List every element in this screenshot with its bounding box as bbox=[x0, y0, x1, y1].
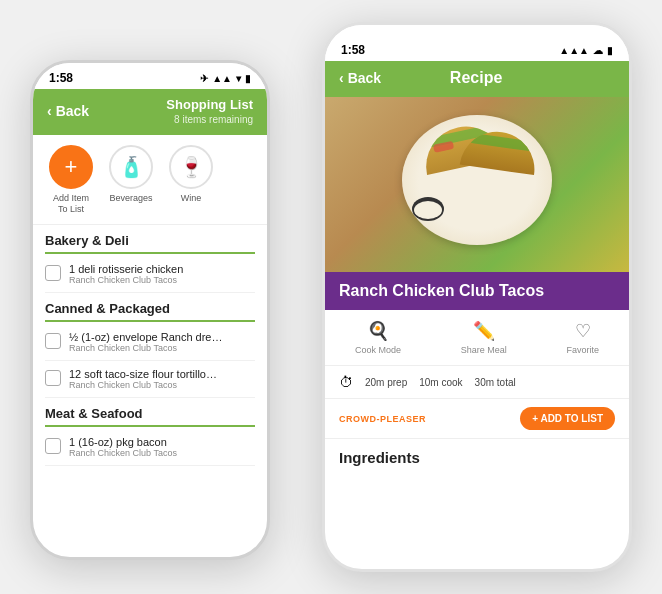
cook-mode-action[interactable]: 🍳 Cook Mode bbox=[355, 320, 401, 355]
recipe-tags-row: CROWD-PLEASER + ADD TO LIST bbox=[325, 399, 629, 439]
list-item[interactable]: 1 (16-oz) pkg bacon Ranch Chicken Club T… bbox=[45, 429, 255, 466]
status-bar-back: 1:58 ✈ ▲▲ ▾ ▮ bbox=[33, 63, 267, 89]
item-text-bacon: 1 (16-oz) pkg bacon Ranch Chicken Club T… bbox=[69, 436, 177, 458]
share-meal-icon: ✏️ bbox=[473, 320, 495, 342]
status-icons-front: ▲▲▲ ☁ ▮ bbox=[559, 45, 613, 56]
item-sub-ranch: Ranch Chicken Club Tacos bbox=[69, 343, 222, 353]
recipe-title: Ranch Chicken Club Tacos bbox=[339, 282, 615, 300]
list-item[interactable]: 12 soft taco-size flour tortillo… Ranch … bbox=[45, 361, 255, 398]
recipe-image bbox=[325, 97, 629, 272]
favorite-label: Favorite bbox=[567, 345, 600, 355]
add-item-label: Add ItemTo List bbox=[53, 193, 89, 215]
recipe-actions: 🍳 Cook Mode ✏️ Share Meal ♡ Favorite bbox=[325, 310, 629, 366]
location-icon: ✈ bbox=[200, 73, 208, 84]
section-meat-seafood: Meat & Seafood bbox=[45, 398, 255, 427]
wine-icon: 🍷 bbox=[169, 145, 213, 189]
recipe-title-bar: Ranch Chicken Club Tacos bbox=[325, 272, 629, 310]
cook-mode-icon: 🍳 bbox=[367, 320, 389, 342]
back-label-recipe: Back bbox=[348, 70, 381, 86]
back-chevron-icon: ‹ bbox=[47, 103, 52, 119]
section-bakery-deli: Bakery & Deli bbox=[45, 225, 255, 254]
clock-icon: ⏱ bbox=[339, 374, 353, 390]
cook-mode-label: Cook Mode bbox=[355, 345, 401, 355]
beverages-label: Beverages bbox=[109, 193, 152, 204]
category-wine[interactable]: 🍷 Wine bbox=[165, 145, 217, 215]
recipe-meta: ⏱ 20m prep 10m cook 30m total bbox=[325, 366, 629, 399]
back-button-recipe[interactable]: ‹ Back bbox=[339, 70, 381, 86]
beverages-icon: 🧴 bbox=[109, 145, 153, 189]
ingredients-section: Ingredients bbox=[325, 439, 629, 476]
signal-icon: ▲▲ bbox=[212, 73, 232, 84]
back-label-shopping: Back bbox=[56, 103, 89, 119]
category-scroll: + Add ItemTo List 🧴 Beverages 🍷 Wine bbox=[33, 135, 267, 226]
item-text-tortilla: 12 soft taco-size flour tortillo… Ranch … bbox=[69, 368, 217, 390]
crowd-pleaser-tag: CROWD-PLEASER bbox=[339, 414, 426, 424]
cook-time: 10m cook bbox=[419, 377, 462, 388]
add-to-list-button[interactable]: + ADD TO LIST bbox=[520, 407, 615, 430]
item-name-chicken: 1 deli rotisserie chicken bbox=[69, 263, 183, 275]
item-name-tortilla: 12 soft taco-size flour tortillo… bbox=[69, 368, 217, 380]
list-item[interactable]: 1 deli rotisserie chicken Ranch Chicken … bbox=[45, 256, 255, 293]
item-text-chicken: 1 deli rotisserie chicken Ranch Chicken … bbox=[69, 263, 183, 285]
item-sub-bacon: Ranch Chicken Club Tacos bbox=[69, 448, 177, 458]
recipe-header: ‹ Back Recipe bbox=[325, 61, 629, 97]
category-beverages[interactable]: 🧴 Beverages bbox=[105, 145, 157, 215]
total-time-label: 30m total bbox=[475, 377, 516, 388]
time-front: 1:58 bbox=[341, 43, 365, 57]
phone-notch bbox=[427, 25, 527, 45]
shopping-list-phone: 1:58 ✈ ▲▲ ▾ ▮ ‹ Back Shopping List 8 ite… bbox=[30, 60, 270, 560]
total-time: 30m total bbox=[475, 377, 516, 388]
add-item-icon: + bbox=[49, 145, 93, 189]
battery-icon: ▮ bbox=[245, 73, 251, 84]
item-sub-tortilla: Ranch Chicken Club Tacos bbox=[69, 380, 217, 390]
recipe-header-title: Recipe bbox=[450, 69, 502, 86]
back-button-shopping[interactable]: ‹ Back bbox=[47, 103, 89, 119]
prep-time-label: 20m prep bbox=[365, 377, 407, 388]
wine-label: Wine bbox=[181, 193, 202, 204]
checkbox-bacon[interactable] bbox=[45, 438, 61, 454]
battery-front-icon: ▮ bbox=[607, 45, 613, 56]
status-icons-back: ✈ ▲▲ ▾ ▮ bbox=[200, 73, 251, 84]
app-header-back: ‹ Back Shopping List 8 items remaining bbox=[33, 89, 267, 135]
checkbox-ranch[interactable] bbox=[45, 333, 61, 349]
category-add-item[interactable]: + Add ItemTo List bbox=[45, 145, 97, 215]
wifi-front-icon: ☁ bbox=[593, 45, 603, 56]
signal-bars-icon: ▲▲▲ bbox=[559, 45, 589, 56]
time-back: 1:58 bbox=[49, 71, 73, 85]
checkbox-chicken[interactable] bbox=[45, 265, 61, 281]
favorite-icon: ♡ bbox=[575, 320, 591, 342]
cook-time-label: 10m cook bbox=[419, 377, 462, 388]
shopping-list-subtitle: 8 items remaining bbox=[166, 114, 253, 125]
share-meal-action[interactable]: ✏️ Share Meal bbox=[461, 320, 507, 355]
ingredients-title: Ingredients bbox=[339, 449, 615, 466]
wifi-icon: ▾ bbox=[236, 73, 241, 84]
prep-time: 20m prep bbox=[365, 377, 407, 388]
recipe-phone: 1:58 ▲▲▲ ☁ ▮ ‹ Back Recipe bbox=[322, 22, 632, 572]
checkbox-tortilla[interactable] bbox=[45, 370, 61, 386]
item-text-ranch: ½ (1-oz) envelope Ranch dre… Ranch Chick… bbox=[69, 331, 222, 353]
section-canned-packaged: Canned & Packaged bbox=[45, 293, 255, 322]
shopping-list-title: Shopping List bbox=[166, 97, 253, 114]
favorite-action[interactable]: ♡ Favorite bbox=[567, 320, 600, 355]
item-name-ranch: ½ (1-oz) envelope Ranch dre… bbox=[69, 331, 222, 343]
item-sub-chicken: Ranch Chicken Club Tacos bbox=[69, 275, 183, 285]
list-item[interactable]: ½ (1-oz) envelope Ranch dre… Ranch Chick… bbox=[45, 324, 255, 361]
list-content: Bakery & Deli 1 deli rotisserie chicken … bbox=[33, 225, 267, 466]
back-chevron-recipe-icon: ‹ bbox=[339, 70, 344, 86]
share-meal-label: Share Meal bbox=[461, 345, 507, 355]
item-name-bacon: 1 (16-oz) pkg bacon bbox=[69, 436, 177, 448]
